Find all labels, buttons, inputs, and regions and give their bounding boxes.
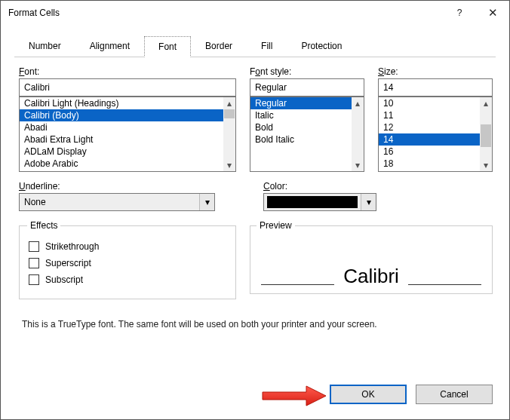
list-item[interactable]: Abadi: [20, 121, 223, 133]
chevron-down-icon[interactable]: ▾: [361, 194, 376, 210]
font-style-input[interactable]: [250, 78, 364, 97]
list-item[interactable]: Calibri Light (Headings): [20, 97, 223, 109]
annotation-arrow-icon: [260, 383, 327, 409]
checkbox-icon: [29, 241, 39, 252]
font-input[interactable]: [19, 78, 236, 97]
size-input[interactable]: [378, 78, 493, 97]
size-listbox[interactable]: 10 11 12 14 16 18 ▴ ▾: [378, 97, 493, 172]
list-item[interactable]: 18: [379, 158, 480, 170]
superscript-checkbox[interactable]: Superscript: [29, 258, 228, 268]
list-item[interactable]: Calibri (Body): [20, 109, 223, 121]
checkbox-icon: [29, 274, 39, 285]
list-item[interactable]: Bold Italic: [250, 133, 352, 146]
effects-group: Effects Strikethrough Superscript Subscr…: [19, 220, 236, 299]
font-label: Font:: [19, 66, 236, 77]
preview-legend: Preview: [257, 220, 295, 231]
dialog-title: Format Cells: [8, 8, 443, 18]
font-listbox[interactable]: Calibri Light (Headings) Calibri (Body) …: [19, 97, 236, 172]
scroll-up-icon[interactable]: ▴: [352, 97, 364, 109]
preview-baseline: [261, 284, 334, 285]
tab-content: Font: Calibri Light (Headings) Calibri (…: [1, 57, 509, 330]
help-button[interactable]: ?: [443, 1, 476, 25]
preview-text: Calibri: [339, 265, 404, 288]
font-style-listbox[interactable]: Regular Italic Bold Bold Italic ▴ ▾: [250, 97, 364, 172]
color-swatch: [267, 196, 358, 208]
list-item[interactable]: 12: [379, 121, 480, 133]
tab-protection[interactable]: Protection: [287, 35, 356, 57]
scroll-down-icon[interactable]: ▾: [480, 159, 492, 171]
list-item[interactable]: Adobe Arabic: [20, 158, 223, 170]
effects-legend: Effects: [27, 220, 60, 231]
scroll-up-icon[interactable]: ▴: [480, 97, 492, 109]
tab-border[interactable]: Border: [191, 35, 247, 57]
list-item[interactable]: Italic: [250, 109, 352, 121]
chevron-down-icon[interactable]: ▾: [199, 194, 214, 210]
list-item[interactable]: 14: [379, 133, 480, 146]
strikethrough-checkbox[interactable]: Strikethrough: [29, 241, 228, 252]
scroll-down-icon[interactable]: ▾: [223, 159, 235, 171]
close-icon: ✕: [488, 6, 498, 20]
tab-fill[interactable]: Fill: [247, 35, 287, 57]
scrollbar[interactable]: ▴ ▾: [480, 97, 492, 171]
tab-alignment[interactable]: Alignment: [75, 35, 144, 57]
list-item[interactable]: 16: [379, 146, 480, 158]
scroll-thumb[interactable]: [481, 124, 491, 147]
color-label: Color:: [263, 181, 376, 192]
titlebar: Format Cells ? ✕: [1, 1, 509, 25]
subscript-checkbox[interactable]: Subscript: [29, 274, 228, 285]
font-style-label: Font style:: [250, 66, 364, 77]
underline-label: Underline:: [19, 181, 215, 192]
tab-number[interactable]: Number: [14, 35, 75, 57]
preview-group: Preview Calibri: [250, 220, 493, 294]
list-item[interactable]: 10: [379, 97, 480, 109]
close-button[interactable]: ✕: [476, 1, 509, 25]
tab-font[interactable]: Font: [144, 36, 191, 57]
underline-value: None: [20, 197, 199, 207]
list-item[interactable]: Abadi Extra Light: [20, 133, 223, 146]
size-label: Size:: [378, 66, 493, 77]
list-item[interactable]: Bold: [250, 121, 352, 133]
ok-button[interactable]: OK: [330, 385, 407, 404]
checkbox-icon: [29, 258, 39, 268]
scrollbar[interactable]: ▴ ▾: [223, 97, 235, 171]
underline-combo[interactable]: None ▾: [19, 193, 215, 211]
scrollbar[interactable]: ▴ ▾: [352, 97, 364, 171]
scroll-thumb[interactable]: [224, 109, 235, 118]
format-cells-dialog: Format Cells ? ✕ Number Alignment Font B…: [0, 0, 510, 420]
font-description: This is a TrueType font. The same font w…: [22, 319, 494, 330]
help-icon: ?: [457, 8, 462, 18]
scroll-down-icon[interactable]: ▾: [352, 159, 364, 171]
list-item[interactable]: 11: [379, 109, 480, 121]
list-item[interactable]: ADLaM Display: [20, 146, 223, 158]
tab-strip: Number Alignment Font Border Fill Protec…: [14, 35, 509, 57]
color-combo[interactable]: ▾: [263, 193, 376, 211]
dialog-buttons: OK Cancel: [330, 385, 493, 404]
preview-baseline: [408, 284, 481, 285]
cancel-button[interactable]: Cancel: [416, 385, 493, 404]
scroll-up-icon[interactable]: ▴: [223, 97, 235, 109]
list-item[interactable]: Regular: [250, 97, 352, 109]
